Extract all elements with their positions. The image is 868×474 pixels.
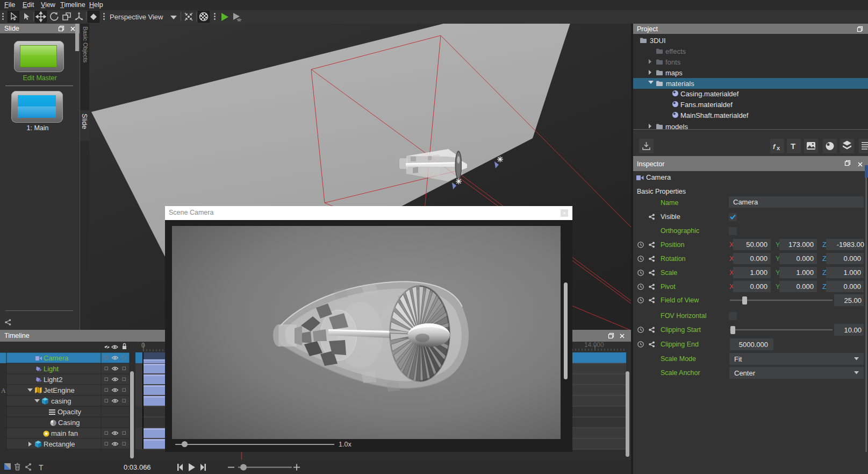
svg-text:Fit: Fit bbox=[734, 355, 742, 363]
svg-text:Rotation: Rotation bbox=[661, 255, 686, 263]
svg-text:Camera: Camera bbox=[733, 198, 758, 206]
svg-text:0.000: 0.000 bbox=[750, 254, 767, 263]
svg-text:Project: Project bbox=[637, 25, 658, 33]
svg-text:Casing.materialdef: Casing.materialdef bbox=[680, 90, 739, 98]
svg-text:Clipping Start: Clipping Start bbox=[661, 326, 701, 334]
svg-text:Center: Center bbox=[734, 369, 756, 377]
svg-text:1.000: 1.000 bbox=[796, 268, 814, 277]
svg-text:JetEngine: JetEngine bbox=[44, 386, 75, 394]
svg-text:materials: materials bbox=[666, 80, 694, 88]
svg-text:x: x bbox=[777, 145, 780, 151]
svg-text:1.000: 1.000 bbox=[750, 268, 767, 277]
svg-text:0.000: 0.000 bbox=[843, 282, 861, 291]
svg-text:Visible: Visible bbox=[661, 213, 680, 221]
svg-text:-1983.00: -1983.00 bbox=[837, 240, 864, 249]
svg-text:10.00: 10.00 bbox=[844, 326, 862, 334]
svg-text:Opacity: Opacity bbox=[58, 408, 82, 416]
svg-text:3DUI: 3DUI bbox=[650, 37, 666, 45]
svg-text:Clipping End: Clipping End bbox=[661, 341, 699, 348]
svg-text:Scale: Scale bbox=[661, 269, 677, 277]
svg-text:fonts: fonts bbox=[665, 58, 681, 66]
svg-text:Z: Z bbox=[822, 255, 827, 263]
svg-text:Inspector: Inspector bbox=[637, 160, 664, 168]
svg-text:Camera: Camera bbox=[646, 173, 671, 181]
svg-text:Field of View: Field of View bbox=[661, 296, 699, 304]
svg-text:Orthographic: Orthographic bbox=[661, 227, 699, 235]
svg-text:0.000: 0.000 bbox=[750, 282, 767, 291]
svg-text:MainShaft.materialdef: MainShaft.materialdef bbox=[680, 111, 749, 119]
svg-text:Scale Anchor: Scale Anchor bbox=[661, 369, 700, 377]
svg-text:0.000: 0.000 bbox=[843, 254, 861, 263]
svg-text:173.000: 173.000 bbox=[788, 240, 814, 249]
svg-text:1.000: 1.000 bbox=[843, 268, 861, 277]
svg-text:0.000: 0.000 bbox=[796, 282, 814, 291]
svg-text:A: A bbox=[1, 387, 6, 394]
svg-text:Name: Name bbox=[661, 199, 678, 207]
svg-text:Scale Mode: Scale Mode bbox=[661, 355, 696, 363]
svg-text:0:03.066: 0:03.066 bbox=[124, 463, 151, 471]
svg-text:50.000: 50.000 bbox=[746, 240, 767, 249]
svg-text:14.000: 14.000 bbox=[584, 342, 604, 349]
svg-text:effects: effects bbox=[665, 47, 686, 55]
svg-text:Casing: Casing bbox=[58, 419, 80, 427]
svg-text:T: T bbox=[791, 142, 795, 151]
svg-text:maps: maps bbox=[665, 69, 683, 77]
svg-text:Basic Properties: Basic Properties bbox=[637, 188, 686, 195]
svg-text:Fans.materialdef: Fans.materialdef bbox=[680, 101, 733, 109]
svg-text:Pivot: Pivot bbox=[661, 283, 676, 291]
svg-text:T: T bbox=[39, 463, 44, 472]
svg-text:Position: Position bbox=[661, 241, 685, 249]
svg-text:Light: Light bbox=[44, 365, 59, 373]
svg-text:casing: casing bbox=[51, 397, 71, 405]
svg-text:Camera: Camera bbox=[44, 354, 69, 362]
svg-text:Rectangle: Rectangle bbox=[44, 440, 75, 448]
svg-text:Z: Z bbox=[822, 269, 827, 277]
svg-text:5000.000: 5000.000 bbox=[739, 341, 768, 349]
svg-text:main fan: main fan bbox=[51, 429, 78, 437]
svg-text:Light2: Light2 bbox=[44, 376, 62, 384]
svg-text:25.00: 25.00 bbox=[844, 296, 862, 305]
svg-text:Z: Z bbox=[822, 283, 827, 291]
svg-text:Z: Z bbox=[822, 241, 827, 249]
svg-text:FOV Horizontal: FOV Horizontal bbox=[661, 312, 706, 320]
svg-text:0.000: 0.000 bbox=[796, 254, 814, 263]
